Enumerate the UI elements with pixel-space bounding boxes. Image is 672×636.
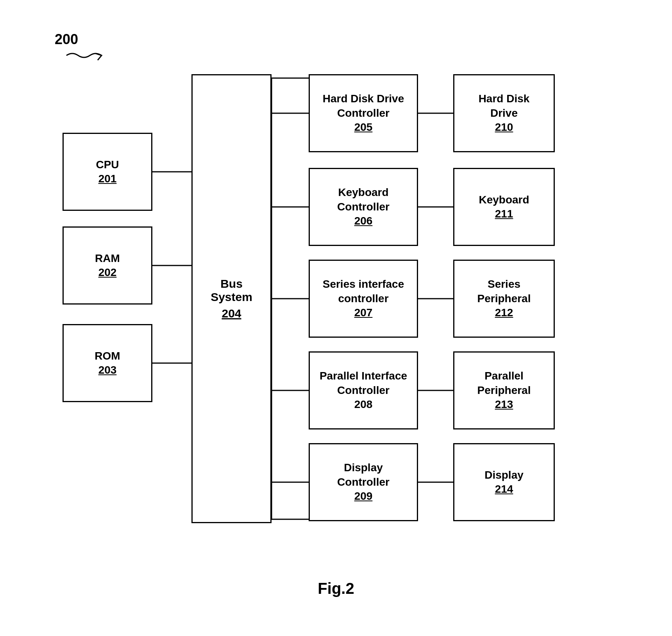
- kbd-ctrl-box: KeyboardController 206: [309, 168, 418, 246]
- hdd-ctrl-label: Hard Disk DriveController: [323, 92, 404, 120]
- ram-num: 202: [98, 265, 117, 280]
- hdd-box: Hard DiskDrive 210: [453, 74, 555, 152]
- series-periph-box: SeriesPeripheral 212: [453, 260, 555, 338]
- rom-box: ROM 203: [63, 324, 152, 402]
- hdd-ctrl-box: Hard Disk DriveController 205: [309, 74, 418, 152]
- series-ctrl-num: 207: [354, 306, 373, 320]
- display-label: Display: [484, 468, 524, 482]
- bus-label: BusSystem: [211, 277, 252, 304]
- parallel-periph-box: ParallelPeripheral 213: [453, 351, 555, 429]
- kbd-ctrl-label: KeyboardController: [337, 185, 390, 214]
- fig-caption: Fig.2: [23, 580, 649, 597]
- display-box: Display 214: [453, 443, 555, 521]
- diagram-container: 200: [23, 23, 649, 609]
- squiggle-arrow: [63, 52, 109, 75]
- series-ctrl-label: Series interfacecontroller: [323, 277, 404, 306]
- series-periph-num: 212: [495, 306, 513, 320]
- hdd-num: 210: [495, 120, 513, 134]
- parallel-periph-num: 213: [495, 397, 513, 412]
- ram-box: RAM 202: [63, 226, 152, 305]
- parallel-ctrl-box: Parallel InterfaceController 208: [309, 351, 418, 429]
- series-ctrl-box: Series interfacecontroller 207: [309, 260, 418, 338]
- display-num: 214: [495, 482, 513, 496]
- bus-box: BusSystem 204: [191, 74, 272, 523]
- rom-num: 203: [98, 363, 117, 377]
- display-ctrl-box: DisplayController 209: [309, 443, 418, 521]
- kbd-ctrl-num: 206: [354, 214, 373, 228]
- keyboard-box: Keyboard 211: [453, 168, 555, 246]
- parallel-periph-label: ParallelPeripheral: [477, 369, 531, 397]
- keyboard-num: 211: [495, 207, 513, 221]
- ref-label: 200: [55, 31, 78, 48]
- hdd-label: Hard DiskDrive: [479, 92, 530, 120]
- cpu-num: 201: [98, 172, 117, 186]
- display-ctrl-label: DisplayController: [337, 461, 390, 489]
- bus-num: 204: [222, 307, 241, 320]
- rom-label: ROM: [95, 349, 120, 363]
- series-periph-label: SeriesPeripheral: [477, 277, 531, 306]
- parallel-ctrl-num: 208: [354, 397, 373, 412]
- keyboard-label: Keyboard: [479, 193, 529, 207]
- parallel-ctrl-label: Parallel InterfaceController: [320, 369, 407, 397]
- display-ctrl-num: 209: [354, 489, 373, 503]
- cpu-box: CPU 201: [63, 133, 152, 211]
- hdd-ctrl-num: 205: [354, 120, 373, 134]
- cpu-label: CPU: [96, 158, 119, 172]
- ram-label: RAM: [95, 251, 120, 265]
